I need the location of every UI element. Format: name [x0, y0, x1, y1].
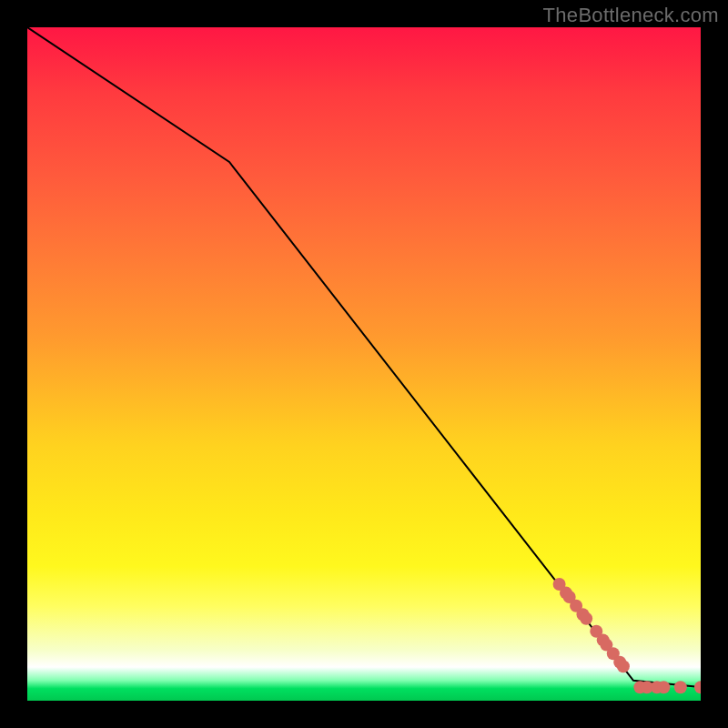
watermark-text: TheBottleneck.com: [543, 4, 719, 27]
data-point: [580, 612, 592, 625]
curve-line: [27, 27, 701, 687]
data-point: [617, 660, 630, 672]
scatter-points: [553, 578, 701, 693]
chart-overlay: [27, 27, 701, 701]
plot-area: [27, 27, 701, 701]
data-point: [657, 681, 670, 693]
data-point: [674, 681, 687, 693]
data-point: [694, 681, 701, 693]
chart-frame: TheBottleneck.com: [0, 0, 728, 728]
